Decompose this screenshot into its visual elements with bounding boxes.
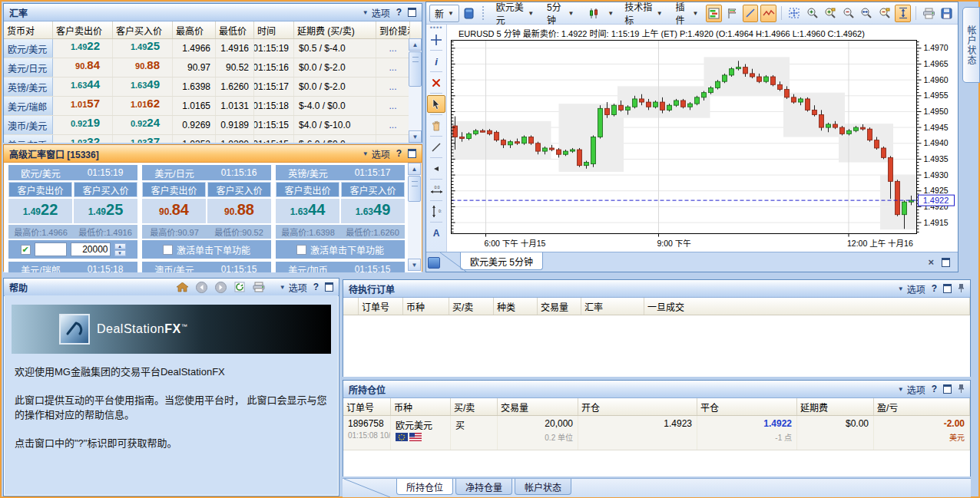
positions-options-menu[interactable]: ▼选项: [898, 383, 925, 396]
column-header[interactable]: 时间: [254, 21, 294, 38]
column-header[interactable]: 买/卖: [451, 398, 498, 415]
buy-price-cell[interactable]: 0.9224: [113, 116, 173, 134]
column-header[interactable]: 币种: [403, 298, 449, 315]
rates-restore-icon[interactable]: [408, 8, 416, 17]
pending-help-button[interactable]: ?: [932, 283, 937, 294]
currency-pair-cell[interactable]: 美元/日元: [4, 58, 53, 77]
sell-price-button[interactable]: 客户卖出价: [142, 182, 206, 197]
zoom-area-button[interactable]: [823, 5, 839, 22]
sell-price[interactable]: 1.6344: [276, 199, 339, 223]
column-header[interactable]: 到价提示: [376, 21, 410, 38]
fit-chart-button[interactable]: [786, 5, 803, 22]
rates-help-button[interactable]: ?: [396, 7, 402, 18]
amount-stepper[interactable]: ▲▼: [114, 243, 126, 256]
price-alert-link[interactable]: ...: [376, 78, 410, 96]
positions-titlebar[interactable]: 所持仓位 ▼选项 ?: [343, 381, 970, 398]
price-alert-link[interactable]: ...: [376, 39, 410, 58]
window-icon[interactable]: [462, 5, 478, 22]
currency-pair-cell[interactable]: 美元/加币: [4, 135, 53, 143]
column-header[interactable]: 币种: [391, 398, 451, 415]
candle-settings-button[interactable]: [706, 5, 722, 22]
column-header[interactable]: 订单号: [343, 398, 391, 415]
column-header[interactable]: 种类: [494, 298, 538, 315]
sell-price[interactable]: 1.4922: [8, 199, 72, 223]
column-header[interactable]: 交易量: [498, 398, 578, 415]
rates-options-menu[interactable]: ▼选项: [363, 6, 390, 19]
bottom-tab-item[interactable]: 净持仓量: [455, 479, 512, 495]
scroll-up-button[interactable]: ▲: [409, 38, 422, 51]
column-header[interactable]: 货币对: [4, 21, 53, 38]
column-header[interactable]: 客户卖出价: [53, 21, 113, 38]
rate-row[interactable]: 美元/瑞郎1.01571.01621.01651.013101:15:18$-4…: [4, 97, 422, 116]
buy-price-cell[interactable]: 90.88: [113, 58, 173, 77]
rate-row[interactable]: 澳币/美元0.92190.92240.92690.918901:15:15$4.…: [4, 116, 422, 135]
help-options-menu[interactable]: ▼选项: [280, 281, 307, 294]
currency-pair-cell[interactable]: 英镑/美元: [4, 78, 53, 96]
buy-price-button[interactable]: 客户买入价: [74, 182, 137, 197]
rates-titlebar[interactable]: 汇率 ▼选项 ?: [4, 4, 422, 21]
buy-price-cell[interactable]: 1.0337: [113, 135, 173, 143]
column-header[interactable]: [343, 298, 359, 315]
chart-tab-eurusd[interactable]: 欧元美元 5分钟: [460, 252, 543, 270]
sell-price-button[interactable]: 客户卖出价: [276, 182, 339, 197]
column-header[interactable]: 一旦成交: [644, 298, 970, 315]
text-tool[interactable]: A: [427, 224, 445, 242]
stepper-up-icon[interactable]: ▲: [114, 243, 126, 249]
price-alert-link[interactable]: ...: [376, 97, 410, 115]
delete-tool[interactable]: [427, 74, 445, 91]
buy-price-cell[interactable]: 1.4925: [113, 39, 173, 58]
measure-horizontal-tool[interactable]: 0:0: [427, 181, 445, 199]
print-icon[interactable]: [253, 281, 266, 293]
rate-row[interactable]: 欧元/美元1.49221.49251.49661.491601:15:19$0.…: [4, 39, 422, 58]
sell-price[interactable]: 90.84: [142, 199, 206, 223]
scroll-up-button[interactable]: ▲: [408, 163, 421, 175]
zoom-out-button[interactable]: [841, 5, 857, 22]
pending-options-menu[interactable]: ▼选项: [898, 282, 925, 295]
pin-icon[interactable]: [958, 384, 965, 395]
scroll-thumb[interactable]: [409, 51, 422, 87]
column-header[interactable]: 买/卖: [449, 298, 494, 315]
sell-price-cell[interactable]: 90.84: [53, 58, 113, 77]
new-button[interactable]: 新▼: [429, 5, 459, 22]
column-header[interactable]: 最低价: [216, 21, 254, 38]
info-tool[interactable]: i: [427, 52, 445, 70]
back-icon[interactable]: [195, 281, 208, 293]
position-row[interactable]: 189675801:15:08 10/16欧元美元买20,0000.2 单位1.…: [343, 416, 970, 450]
one-click-checkbox[interactable]: [296, 245, 306, 255]
advanced-options-menu[interactable]: ▼选项: [363, 147, 390, 160]
close-icon[interactable]: ×: [928, 259, 934, 266]
column-header[interactable]: 平仓: [697, 398, 797, 415]
column-header[interactable]: 延期费 (买/卖): [294, 21, 376, 38]
pan-tool[interactable]: [427, 117, 445, 134]
advanced-scrollbar[interactable]: ▲▼: [408, 163, 421, 271]
price-alert-link[interactable]: ...: [376, 135, 410, 143]
sell-price-cell[interactable]: 0.9219: [53, 116, 113, 134]
save-button[interactable]: [939, 5, 955, 22]
zoom-in-button[interactable]: [804, 5, 820, 22]
cursor-tool[interactable]: [427, 95, 445, 113]
scroll-thumb[interactable]: [408, 176, 421, 202]
help-help-button[interactable]: ?: [313, 282, 319, 292]
one-click-checkbox[interactable]: [163, 245, 173, 255]
amount-field[interactable]: [71, 242, 111, 256]
sell-price-button[interactable]: 客户卖出价: [8, 182, 72, 197]
price-alert-link[interactable]: ...: [376, 116, 410, 134]
column-header[interactable]: 交易量: [538, 298, 581, 315]
refresh-icon[interactable]: [233, 281, 247, 293]
rates-scrollbar[interactable]: ▲▼: [409, 38, 422, 143]
chart-type-selector[interactable]: [584, 5, 604, 22]
column-header[interactable]: 最高价: [173, 21, 216, 38]
bottom-tab-item[interactable]: 帐户状态: [515, 479, 571, 495]
crosshair-tool[interactable]: [427, 31, 445, 48]
zoom-horizontal-button[interactable]: [859, 5, 875, 22]
price-alert-link[interactable]: ...: [376, 58, 410, 77]
buy-price-cell[interactable]: 1.0162: [113, 97, 173, 115]
help-restore-icon[interactable]: [325, 282, 333, 292]
pending-restore-icon[interactable]: [943, 284, 952, 293]
column-header[interactable]: 延期费: [797, 398, 874, 415]
column-header[interactable]: 客户买入价: [113, 21, 173, 38]
column-header[interactable]: 汇率: [581, 298, 644, 315]
forward-icon[interactable]: [214, 281, 227, 293]
sell-price-cell[interactable]: 1.0332: [53, 135, 113, 143]
scroll-down-button[interactable]: ▼: [408, 259, 421, 271]
